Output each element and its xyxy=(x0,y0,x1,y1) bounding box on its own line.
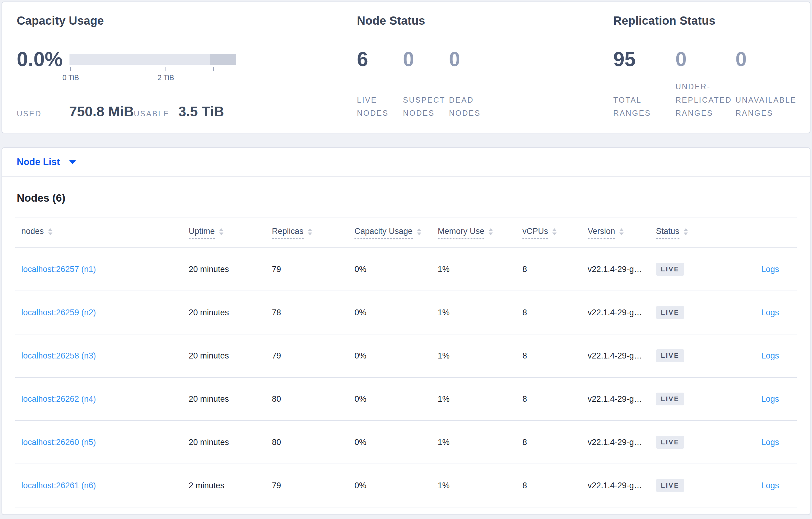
capacity-percent-value: 0.0% xyxy=(17,49,62,69)
vcpus-cell: 8 xyxy=(522,308,527,317)
column-header-label: Version xyxy=(588,226,615,239)
sort-icon xyxy=(308,228,312,237)
nodes-table-heading: Nodes (6) xyxy=(17,192,65,204)
column-header-label: vCPUs xyxy=(522,226,548,239)
status-badge: LIVE xyxy=(656,479,684,492)
replicas-cell: 80 xyxy=(272,394,281,404)
vcpus-cell: 8 xyxy=(522,265,527,274)
logs-link[interactable]: Logs xyxy=(761,308,779,317)
dead-nodes-label: DEAD NODES xyxy=(449,93,498,120)
status-badge: LIVE xyxy=(656,349,684,362)
memory-use-cell: 1% xyxy=(438,308,450,317)
table-row: localhost:26261 (n6) 2 minutes 79 0% 1% … xyxy=(15,464,797,508)
node-link[interactable]: localhost:26260 (n5) xyxy=(21,438,96,447)
table-row: localhost:26260 (n5) 20 minutes 80 0% 1%… xyxy=(15,421,797,464)
capacity-usage-cell: 0% xyxy=(354,438,366,447)
logs-link[interactable]: Logs xyxy=(761,481,779,490)
column-header-capacity-usage[interactable]: Capacity Usage xyxy=(354,226,421,239)
live-nodes-value: 6 xyxy=(357,49,368,69)
under-replicated-ranges-value: 0 xyxy=(675,49,687,69)
memory-use-cell: 1% xyxy=(438,438,450,447)
memory-use-cell: 1% xyxy=(438,394,450,404)
used-label: USED xyxy=(17,109,69,118)
under-replicated-ranges-label: UNDER-REPLICATED RANGES xyxy=(675,80,738,120)
nodes-table: nodes Uptime Replicas Capacity Usage Mem… xyxy=(15,217,797,508)
axis-tick-label: 0 TiB xyxy=(57,73,84,82)
vcpus-cell: 8 xyxy=(522,481,527,490)
unavailable-ranges-label: UNAVAILABLE RANGES xyxy=(735,93,804,120)
status-badge: LIVE xyxy=(656,263,684,276)
replicas-cell: 79 xyxy=(272,481,281,490)
sort-icon xyxy=(552,228,557,237)
capacity-gauge-reserved-segment xyxy=(210,54,236,65)
sort-icon xyxy=(417,228,421,237)
status-badge: LIVE xyxy=(656,393,684,405)
replicas-cell: 79 xyxy=(272,351,281,361)
vcpus-cell: 8 xyxy=(522,438,527,447)
column-header-status[interactable]: Status xyxy=(656,226,688,239)
version-cell: v22.1.4-29-g… xyxy=(588,438,642,447)
memory-use-cell: 1% xyxy=(438,265,450,274)
chevron-down-icon xyxy=(69,160,76,164)
column-header-label: Memory Use xyxy=(438,226,484,239)
replicas-cell: 80 xyxy=(272,438,281,447)
memory-use-cell: 1% xyxy=(438,481,450,490)
column-header-label: Capacity Usage xyxy=(354,226,413,239)
version-cell: v22.1.4-29-g… xyxy=(588,394,642,404)
uptime-cell: 20 minutes xyxy=(189,308,229,317)
node-list-panel: Node List Nodes (6) nodes Uptime Replica… xyxy=(2,147,810,515)
live-nodes-label: LIVE NODES xyxy=(357,93,400,120)
table-row: localhost:26262 (n4) 20 minutes 80 0% 1%… xyxy=(15,378,797,421)
memory-use-cell: 1% xyxy=(438,351,450,361)
logs-link[interactable]: Logs xyxy=(761,394,779,404)
dead-nodes-value: 0 xyxy=(449,49,460,69)
replicas-cell: 78 xyxy=(272,308,281,317)
table-row: localhost:26258 (n3) 20 minutes 79 0% 1%… xyxy=(15,334,797,378)
capacity-gauge-bar xyxy=(69,54,236,65)
table-row: localhost:26259 (n2) 20 minutes 78 0% 1%… xyxy=(15,291,797,334)
column-header-uptime[interactable]: Uptime xyxy=(189,226,224,239)
capacity-gauge-axis: 0 TiB 2 TiB xyxy=(69,67,236,85)
status-badge: LIVE xyxy=(656,306,684,319)
node-link[interactable]: localhost:26261 (n6) xyxy=(21,481,96,490)
replicas-cell: 79 xyxy=(272,265,281,274)
capacity-usage-cell: 0% xyxy=(354,351,366,361)
node-list-dropdown-label: Node List xyxy=(17,157,60,167)
capacity-usage-cell: 0% xyxy=(354,481,366,490)
column-header-label: nodes xyxy=(21,226,44,239)
logs-link[interactable]: Logs xyxy=(761,438,779,447)
node-status-title: Node Status xyxy=(357,14,425,27)
nodes-table-header-row: nodes Uptime Replicas Capacity Usage Mem… xyxy=(15,217,797,248)
uptime-cell: 20 minutes xyxy=(189,438,229,447)
node-link[interactable]: localhost:26257 (n1) xyxy=(21,265,96,274)
capacity-usage-footer: USED 750.8 MiB USABLE 3.5 TiB xyxy=(17,103,224,120)
column-header-memory-use[interactable]: Memory Use xyxy=(438,226,493,239)
logs-link[interactable]: Logs xyxy=(761,265,779,274)
suspect-nodes-value: 0 xyxy=(403,49,414,69)
capacity-usage-cell: 0% xyxy=(354,394,366,404)
column-header-label: Replicas xyxy=(272,226,303,239)
column-header-vcpus[interactable]: vCPUs xyxy=(522,226,557,239)
sort-icon xyxy=(48,228,52,237)
logs-link[interactable]: Logs xyxy=(761,351,779,361)
table-row: localhost:26257 (n1) 20 minutes 79 0% 1%… xyxy=(15,248,797,291)
unavailable-ranges-value: 0 xyxy=(735,49,747,69)
usable-label: USABLE xyxy=(134,109,178,118)
uptime-cell: 20 minutes xyxy=(189,394,229,404)
vcpus-cell: 8 xyxy=(522,394,527,404)
version-cell: v22.1.4-29-g… xyxy=(588,265,642,274)
version-cell: v22.1.4-29-g… xyxy=(588,308,642,317)
column-header-version[interactable]: Version xyxy=(588,226,624,239)
version-cell: v22.1.4-29-g… xyxy=(588,481,642,490)
sort-icon xyxy=(489,228,493,237)
cluster-summary-panel: Capacity Usage 0.0% 0 TiB 2 TiB USED 750… xyxy=(2,2,810,133)
node-list-dropdown[interactable]: Node List xyxy=(2,148,810,177)
capacity-usage-cell: 0% xyxy=(354,265,366,274)
node-link[interactable]: localhost:26258 (n3) xyxy=(21,351,96,361)
node-link[interactable]: localhost:26259 (n2) xyxy=(21,308,96,317)
axis-tick xyxy=(70,67,71,71)
axis-tick-label: 2 TiB xyxy=(152,73,179,82)
node-link[interactable]: localhost:26262 (n4) xyxy=(21,394,96,404)
column-header-nodes[interactable]: nodes xyxy=(21,226,52,239)
column-header-replicas[interactable]: Replicas xyxy=(272,226,312,239)
